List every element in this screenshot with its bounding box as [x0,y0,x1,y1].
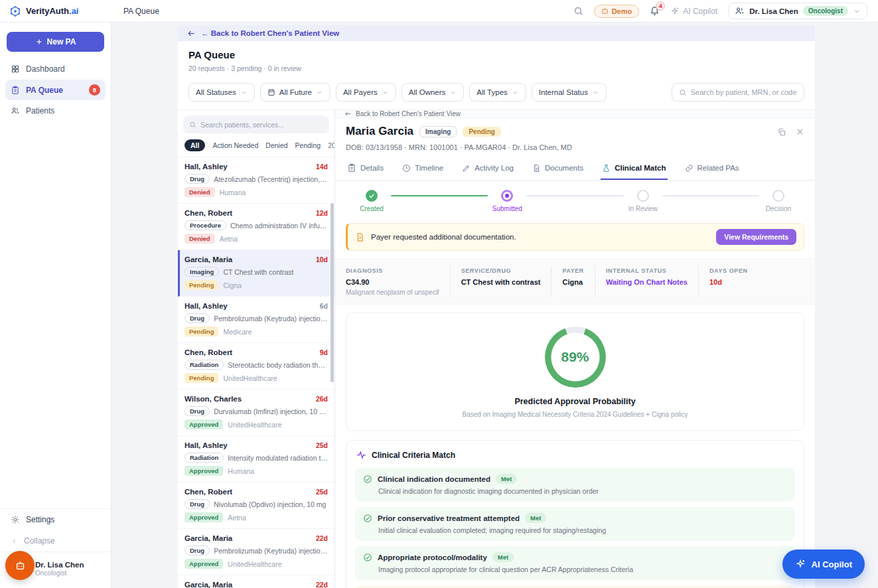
list-tab-denied[interactable]: Denied [265,141,287,149]
patient-header: Maria Garcia Imaging Pending DOB: 03/13/… [335,118,815,158]
service-description: Nivolumab (Opdivo) injection, 10 mg [214,500,326,508]
service-description: CT Chest with contrast [223,268,293,276]
brand-name: VerityAuth.ai [26,6,78,16]
status-badge: Pending [184,327,218,336]
status-badge: Denied [184,187,215,197]
sidebar-nav: DashboardPA Queue8Patients [0,60,111,120]
patient-list-item[interactable]: Chen, Robert9dRadiationStereotactic body… [178,343,334,390]
patient-name: Hall, Ashley [184,302,228,310]
status-badge: Denied [184,234,215,244]
tab-related-pas[interactable]: Related PAs [684,158,741,180]
demo-icon [15,560,26,571]
copy-icon[interactable] [777,127,786,137]
patient-list-item[interactable]: Garcia, Maria22dDrugPembrolizumab (Keytr… [178,529,334,575]
tab-activity-log[interactable]: Activity Log [461,158,515,180]
new-pa-button[interactable]: New PA [7,32,104,52]
sidebar-collapse-button[interactable]: Collapse [0,530,111,551]
ai-copilot-header-button[interactable]: AI Copilot [670,7,717,16]
queue-search-input[interactable] [691,88,797,96]
service-type-badge: Imaging [184,267,219,277]
queue-subtitle: 20 requests · 3 pending · 0 in review [188,64,804,72]
status-badge: Pending [184,280,218,290]
tab-timeline[interactable]: Timeline [401,158,445,180]
patient-name: Garcia, Maria [184,581,232,588]
filter-all-types[interactable]: All Types [469,83,526,102]
days-open-badge: 25d [316,488,328,496]
demo-badge[interactable]: Demo [594,5,640,18]
status-badge: Pending [184,373,218,383]
users-icon [735,6,745,16]
filters-row: All StatusesAll FutureAll PayersAll Owne… [178,75,815,110]
tab-details[interactable]: Details [346,158,385,180]
list-tab-pending[interactable]: Pending [295,141,321,149]
queue-search[interactable] [672,83,804,102]
user-menu[interactable]: Dr. Lisa Chen Oncologist [728,3,867,19]
payer-name: Cigna [223,281,241,289]
patient-list-panel: AllAction NeededDeniedPending20 Hall, As… [178,110,335,588]
pencil-icon [462,164,471,173]
criteria-item: Clinical indication documentedMetClinica… [355,468,795,502]
patient-search-input[interactable] [200,121,323,129]
ai-copilot-fab[interactable]: AI Copilot [782,550,865,579]
sidebar-item-dashboard[interactable]: Dashboard [5,60,106,78]
search-icon[interactable] [573,6,583,16]
step-current-icon [501,190,513,202]
plus-icon [35,38,43,46]
filter-all-owners[interactable]: All Owners [402,83,465,102]
patient-list-item[interactable]: Hall, Ashley25dRadiationIntensity modula… [178,436,334,482]
clipboard-icon [347,163,356,173]
tab-documents[interactable]: Documents [531,158,585,180]
arrow-left-icon [344,110,352,117]
patient-list-item[interactable]: Hall, Ashley14dDrugAtezolizumab (Tecentr… [178,157,334,204]
tab-clinical-match[interactable]: Clinical Match [601,158,667,180]
list-tab-action-needed[interactable]: Action Needed [212,141,258,149]
sidebar-item-pa-queue[interactable]: PA Queue8 [5,80,106,100]
sidebar-user-name: Dr. Lisa Chen [35,561,84,569]
sparkles-icon [670,7,680,16]
payer-name: Humana [228,467,254,475]
patient-list-item[interactable]: Hall, Ashley6dDrugPembrolizumab (Keytrud… [178,297,334,343]
patient-list-item[interactable]: Chen, Robert25dDrugNivolumab (Opdivo) in… [178,482,334,529]
filter-all-future[interactable]: All Future [260,83,330,102]
payer-name: Aetna [220,235,238,243]
alert-text: Payer requested additional documentation… [371,233,516,241]
service-type-badge: Drug [184,174,210,184]
detail-back-link[interactable]: Back to Robert Chen's Patient View [335,110,815,118]
service-type-badge: Radiation [184,453,224,463]
summary-service-drug: SERVICE/DRUGCT Chest with contrast [451,266,552,297]
filter-all-payers[interactable]: All Payers [336,83,396,102]
status-badge: Approved [184,512,223,522]
notifications-button[interactable]: 4 [650,6,660,16]
list-count: 20 [328,141,335,149]
back-to-patient-banner[interactable]: ← Back to Robert Chen's Patient View [178,25,815,41]
filter-internal-status[interactable]: Internal Status [532,83,607,102]
payer-name: Humana [220,188,246,196]
patient-name: Wilson, Charles [184,395,242,403]
close-icon[interactable] [796,127,804,137]
arrow-left-icon [187,29,196,38]
sidebar-item-patients[interactable]: Patients [5,102,106,120]
patient-list-item[interactable]: Chen, Robert12dProcedureChemo administra… [178,204,334,250]
check-circle-icon [363,475,372,484]
patient-search[interactable] [183,115,329,133]
patient-list-item[interactable]: Wilson, Charles26dDrugDurvalumab (Imfinz… [178,390,334,436]
clock-icon [402,164,411,173]
patient-meta: DOB: 03/13/1958 · MRN: 1001001 · PA-MGAR… [346,143,804,151]
search-icon [189,121,196,129]
clinical-criteria-card: Clinical Criteria Match Clinical indicat… [346,440,804,588]
pulse-icon [356,450,366,460]
sidebar-item-settings[interactable]: Settings [0,508,111,530]
summary-payer: PAYERCigna [551,266,595,297]
check-circle-icon [363,553,372,562]
filter-all-statuses[interactable]: All Statuses [188,83,255,102]
step-in-review: In Review [624,190,662,212]
calendar-icon [267,88,275,96]
file-icon [532,164,541,173]
view-requirements-button[interactable]: View Requirements [716,229,796,245]
patient-list-item[interactable]: Garcia, Maria22dImagingIntensity modulat… [178,575,334,588]
summary-days-open: DAYS OPEN10d [699,266,759,297]
list-tab-all[interactable]: All [184,139,205,151]
list-scrollbar[interactable] [330,203,334,382]
patient-list-item[interactable]: Garcia, Maria10dImagingCT Chest with con… [178,250,334,297]
demo-helper-fab[interactable] [5,551,35,580]
